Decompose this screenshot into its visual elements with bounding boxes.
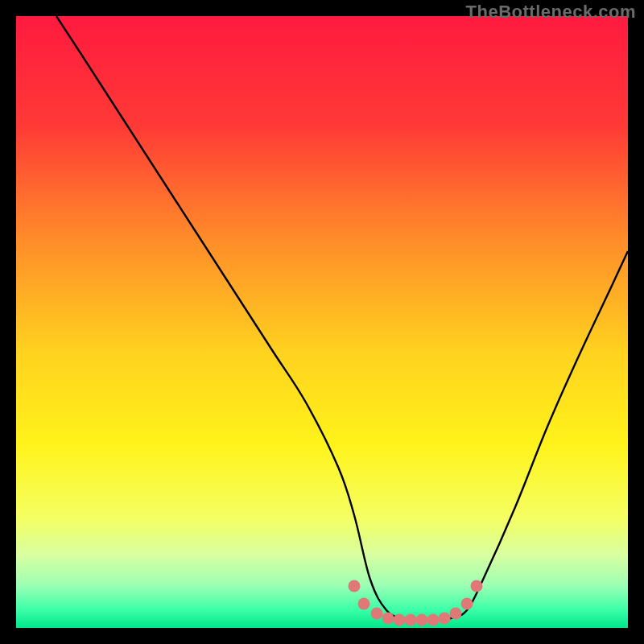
optimal-range-dots <box>349 580 483 626</box>
chart-svg <box>16 16 628 628</box>
optimal-range-dot <box>358 598 370 610</box>
chart-frame: TheBottleneck.com <box>0 0 644 644</box>
watermark-text: TheBottleneck.com <box>466 2 636 23</box>
optimal-range-dot <box>416 614 428 626</box>
optimal-range-dot <box>349 580 361 592</box>
optimal-range-dot <box>450 608 462 620</box>
optimal-range-dot <box>382 613 394 625</box>
optimal-range-dot <box>439 613 451 625</box>
optimal-range-dot <box>394 614 406 626</box>
bottleneck-curve-path <box>56 16 628 620</box>
optimal-range-dot <box>371 608 383 620</box>
optimal-range-dot <box>461 598 473 610</box>
optimal-range-dot <box>427 614 440 626</box>
optimal-range-dot <box>471 580 483 592</box>
optimal-range-dot <box>405 614 417 626</box>
plot-area <box>16 16 628 628</box>
